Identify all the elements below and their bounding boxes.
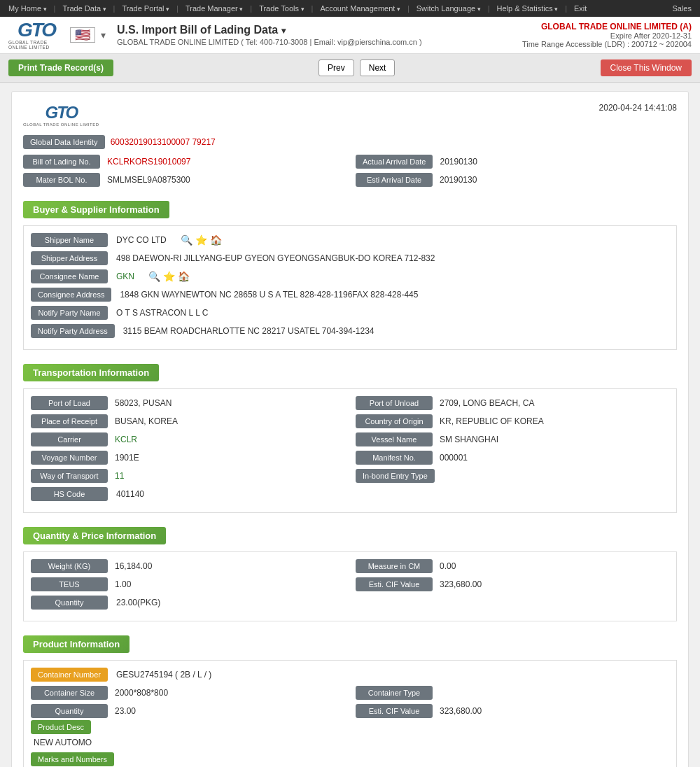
shipper-home-icon[interactable]: 🏠: [210, 234, 222, 246]
product-desc-label: Product Desc: [31, 720, 91, 734]
logo-subtitle: GLOBAL TRADE ONLINE LIMITED: [8, 40, 64, 50]
nav-trademanager[interactable]: Trade Manager: [183, 4, 246, 13]
container-type-col: Container Type: [356, 686, 669, 700]
consignee-address-row: Consignee Address 1848 GKN WAYNEWTON NC …: [31, 288, 669, 302]
hscode-value: 401140: [113, 488, 147, 500]
esti-cif-col: Esti. CIF Value 323,680.00: [356, 577, 669, 591]
prev-button[interactable]: Prev: [318, 59, 354, 76]
mbol-col: Mater BOL No. SMLMSEL9A0875300: [23, 173, 344, 187]
product-qty-col: Quantity 23.00: [31, 704, 344, 718]
measure-col: Measure in CM 0.00: [356, 559, 669, 573]
consignee-name-label: Consignee Name: [31, 269, 108, 283]
nav-exit[interactable]: Exit: [571, 4, 589, 13]
page-title-dropdown[interactable]: ▾: [281, 26, 286, 36]
consignee-name-value: GKN: [113, 270, 137, 283]
notify-party-address-label: Notify Party Address: [31, 324, 115, 338]
notify-party-address-value: 3115 BEAM ROADCHARLOTTE NC 28217 USATEL …: [120, 325, 377, 337]
product-header: Product Information: [23, 635, 130, 653]
container-type-value: [437, 691, 442, 694]
port-unload-col: Port of Unload 2709, LONG BEACH, CA: [356, 396, 669, 410]
port-unload-value: 2709, LONG BEACH, CA: [437, 397, 537, 409]
origin-label: Country of Origin: [356, 414, 433, 428]
origin-value: KR, REPUBLIC OF KOREA: [437, 415, 547, 428]
buyer-supplier-block: Shipper Name DYC CO LTD 🔍 ⭐ 🏠 Shipper Ad…: [23, 225, 677, 350]
actual-arrival-col: Actual Arrival Date 20190130: [356, 155, 677, 169]
weight-measure-row: Weight (KG) 16,184.00 Measure in CM 0.00: [31, 559, 669, 573]
next-button[interactable]: Next: [360, 59, 396, 76]
nav-tradetools[interactable]: Trade Tools: [256, 4, 307, 13]
consignee-search-icon[interactable]: 🔍: [148, 271, 160, 282]
shipper-name-label: Shipper Name: [31, 233, 108, 247]
page-header: GTO GLOBAL TRADE ONLINE LIMITED 🇺🇸 ▾ U.S…: [0, 17, 700, 54]
container-type-label: Container Type: [356, 686, 433, 700]
nav-sales[interactable]: Sales: [669, 4, 694, 13]
transport-label: Way of Transport: [31, 469, 108, 483]
main-content: GTO GLOBAL TRADE ONLINE LIMITED 2020-04-…: [0, 83, 700, 767]
product-qty-label: Quantity: [31, 704, 108, 718]
flag-dropdown[interactable]: ▾: [101, 29, 106, 41]
product-qty-cif-row: Quantity 23.00 Esti. CIF Value 323,680.0…: [31, 704, 669, 718]
logo-letters: GTO: [18, 20, 55, 40]
product-desc-section: Product Desc NEW AUTOMO: [31, 722, 669, 750]
nav-helpstats[interactable]: Help & Statistics: [494, 4, 561, 13]
manifest-value: 000001: [437, 451, 470, 464]
product-qty-value: 23.00: [112, 705, 139, 717]
notify-party-name-row: Notify Party Name O T S ASTRACON L L C: [31, 306, 669, 320]
product-desc-value: NEW AUTOMO: [31, 735, 669, 750]
record-logo-sub: GLOBAL TRADE ONLINE LIMITED: [23, 122, 99, 127]
weight-label: Weight (KG): [31, 559, 108, 573]
esti-arrival-label: Esti Arrival Date: [356, 173, 433, 187]
shipper-search-icon[interactable]: 🔍: [181, 234, 192, 246]
global-data-label: Global Data Identity: [23, 135, 105, 149]
transportation-section: Transportation Information Port of Load …: [23, 358, 677, 513]
weight-value: 16,184.00: [112, 560, 155, 572]
container-size-type-row: Container Size 2000*808*800 Container Ty…: [31, 686, 669, 700]
carrier-value: KCLR: [112, 433, 140, 446]
nav-switchlang[interactable]: Switch Language: [414, 4, 484, 13]
product-section: Product Information Container Number GES…: [23, 630, 677, 767]
teus-col: TEUS 1.00: [31, 577, 344, 591]
vessel-label: Vessel Name: [356, 432, 433, 446]
shipper-icons: 🔍 ⭐ 🏠: [181, 234, 222, 246]
qp-quantity-value: 23.00(PKG): [113, 596, 163, 609]
hscode-label: HS Code: [31, 487, 108, 501]
nav-accountmgmt[interactable]: Account Management: [317, 4, 403, 13]
buyer-supplier-section: Buyer & Supplier Information Shipper Nam…: [23, 195, 677, 350]
account-expire: Expire After 2020-12-31: [522, 31, 692, 40]
receipt-label: Place of Receipt: [31, 414, 108, 428]
container-size-col: Container Size 2000*808*800: [31, 686, 344, 700]
notify-party-name-label: Notify Party Name: [31, 306, 108, 320]
hscode-row: HS Code 401140: [31, 487, 669, 501]
esti-arrival-col: Esti Arrival Date 20190130: [356, 173, 677, 187]
transport-bond-row: Way of Transport 11 In-bond Entry Type: [31, 469, 669, 483]
consignee-star-icon[interactable]: ⭐: [163, 271, 175, 282]
carrier-vessel-row: Carrier KCLR Vessel Name SM SHANGHAI: [31, 432, 669, 446]
shipper-star-icon[interactable]: ⭐: [195, 234, 207, 246]
nav-tradeportal[interactable]: Trade Portal: [119, 4, 172, 13]
account-info: GLOBAL TRADE ONLINE LIMITED (A) Expire A…: [522, 22, 692, 48]
manifest-col: Manifest No. 000001: [356, 451, 669, 465]
notify-party-address-row: Notify Party Address 3115 BEAM ROADCHARL…: [31, 324, 669, 338]
bol-label: Bill of Lading No.: [23, 155, 100, 169]
logo-area: GTO GLOBAL TRADE ONLINE LIMITED 🇺🇸 ▾: [8, 21, 106, 49]
gto-logo: GTO GLOBAL TRADE ONLINE LIMITED: [8, 20, 64, 50]
shipper-address-row: Shipper Address 498 DAEWON-RI JILLYANG-E…: [31, 251, 669, 265]
top-navigation: My Home | Trade Data | Trade Portal | Tr…: [0, 0, 700, 17]
global-data-row: Global Data Identity 60032019013100007 7…: [23, 135, 677, 149]
nav-myhome[interactable]: My Home: [6, 4, 50, 13]
port-load-label: Port of Load: [31, 396, 108, 410]
port-unload-label: Port of Unload: [356, 396, 433, 410]
weight-col: Weight (KG) 16,184.00: [31, 559, 344, 573]
record-card: GTO GLOBAL TRADE ONLINE LIMITED 2020-04-…: [11, 91, 689, 767]
consignee-home-icon[interactable]: 🏠: [178, 271, 190, 282]
measure-label: Measure in CM: [356, 559, 433, 573]
print-button[interactable]: Print Trade Record(s): [8, 59, 113, 76]
close-button[interactable]: Close This Window: [601, 59, 692, 76]
product-cif-col: Esti. CIF Value 323,680.00: [356, 704, 669, 718]
port-load-value: 58023, PUSAN: [112, 397, 174, 409]
nav-tradedata[interactable]: Trade Data: [59, 4, 108, 13]
flag-icon: 🇺🇸: [70, 27, 95, 43]
consignee-name-row: Consignee Name GKN 🔍 ⭐ 🏠: [31, 269, 669, 283]
bond-label: In-bond Entry Type: [356, 469, 435, 483]
shipper-address-value: 498 DAEWON-RI JILLYANG-EUP GYEON GYEONGS…: [113, 252, 438, 265]
